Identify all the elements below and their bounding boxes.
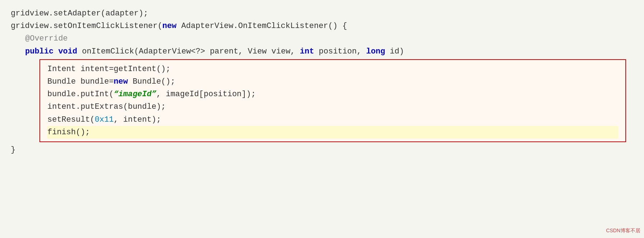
keyword-int: int	[300, 45, 314, 58]
highlighted-line-4: intent.putExtras(bundle);	[47, 101, 618, 113]
code-line-1: gridview.setAdapter(adapter);	[11, 7, 633, 20]
annotation-override: @Override	[25, 32, 68, 45]
code-line-2: gridview.setOnItemClickListener(new Adap…	[11, 20, 633, 32]
highlighted-line-6: finish();	[47, 126, 618, 139]
code-text: bundle.putInt(“imageId”, imageId[positio…	[47, 88, 256, 101]
code-text: gridview.setOnItemClickListener(new Adap…	[11, 20, 347, 32]
watermark: CSDN博客不居	[606, 227, 640, 234]
code-text: finish();	[47, 126, 90, 139]
code-text: setResult(0x11, intent);	[47, 113, 161, 126]
code-text: id)	[385, 45, 404, 58]
code-text: }	[11, 144, 15, 156]
code-line-3: @Override	[11, 32, 633, 45]
keyword-public: public	[25, 45, 53, 58]
highlighted-line-3: bundle.putInt(“imageId”, imageId[positio…	[47, 88, 618, 101]
highlighted-code-block: Intent intent=getIntent(); Bundle bundle…	[39, 59, 626, 142]
code-line-4: public void onItemClick(AdapterView<?> p…	[11, 45, 633, 58]
highlighted-line-2: Bundle bundle=new Bundle();	[47, 75, 618, 88]
code-text: Bundle bundle=new Bundle();	[47, 75, 175, 88]
highlighted-line-5: setResult(0x11, intent);	[47, 113, 618, 126]
code-line-closing: }	[11, 144, 633, 156]
code-container: gridview.setAdapter(adapter); gridview.s…	[0, 0, 644, 238]
code-text: onItemClick(AdapterView<?> parent, View …	[77, 45, 300, 58]
code-text: intent.putExtras(bundle);	[47, 101, 166, 113]
code-text	[53, 45, 58, 58]
watermark-text: CSDN博客不居	[606, 228, 640, 233]
keyword-void: void	[58, 45, 77, 58]
code-text: position,	[314, 45, 366, 58]
code-text: Intent intent=getIntent();	[47, 63, 170, 75]
code-text: gridview.setAdapter(adapter);	[11, 7, 148, 20]
keyword-long: long	[366, 45, 385, 58]
highlighted-line-1: Intent intent=getIntent();	[47, 63, 618, 75]
